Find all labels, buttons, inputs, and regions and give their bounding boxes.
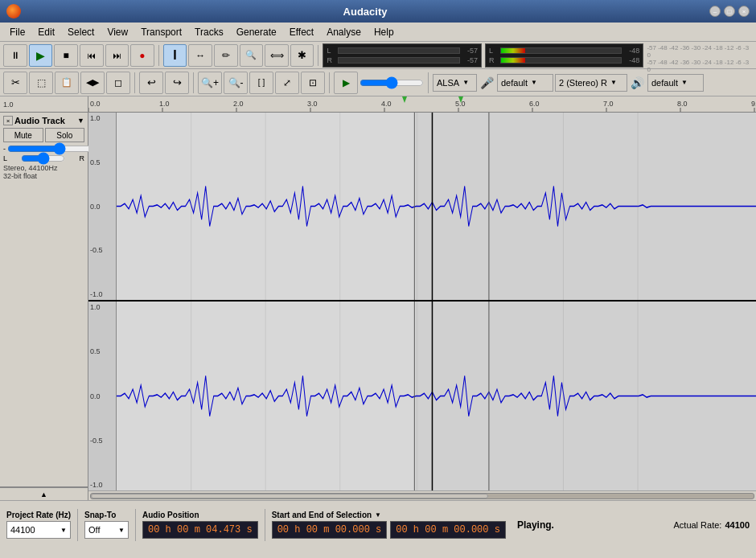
waveform-top: 1.0 0.5 0.0 -0.5 -1.0 [88, 113, 756, 302]
menu-effect[interactable]: Effect [283, 25, 320, 39]
toolbar-sep5 [329, 72, 330, 93]
status-sep2 [135, 509, 136, 541]
timeline-area: 0.0 1.0 2.0 3.0 4.0 5.0 [88, 96, 756, 500]
trim-button[interactable]: ◀▶ [80, 72, 105, 94]
menu-file[interactable]: File [3, 25, 31, 39]
titlebar: Audacity – □ × [0, 0, 756, 23]
menu-view[interactable]: View [101, 25, 134, 39]
svg-text:1.0: 1.0 [159, 100, 170, 108]
toolbar-row1: ⏸ ▶ ■ ⏮ ⏭ ● I ↔ ✏ 🔍 ⟺ ✱ L -57 R -57 L [0, 42, 756, 69]
titlebar-title: Audacity [21, 6, 709, 18]
track-collapse-button[interactable]: ▲ [0, 487, 88, 500]
selection-group: Start and End of Selection ▼ 00 h 00 m 0… [272, 511, 506, 539]
menu-analyse[interactable]: Analyse [320, 25, 368, 39]
track-panel: 1.0 × Audio Track ▼ Mute Solo - + L R [0, 96, 88, 500]
recording-meter[interactable]: L -57 R -57 [323, 43, 481, 68]
skip-end-button[interactable]: ⏭ [105, 44, 129, 67]
selection-end-display[interactable]: 00 h 00 m 00.000 s [390, 521, 506, 539]
project-rate-dropdown[interactable]: 44100 ▼ [6, 521, 71, 539]
selection-tool-button[interactable]: I [163, 44, 187, 67]
audio-position-label: Audio Position [142, 511, 258, 519]
vu-scale-labels: -57 -48 -42 -36 -30 -24 -18 -12 -6 -3 0 … [647, 43, 753, 68]
close-button[interactable]: × [738, 6, 750, 17]
status-sep3 [265, 509, 265, 541]
track-close-button[interactable]: × [3, 116, 13, 125]
h-scrollbar[interactable] [88, 490, 756, 500]
zoom-sel-button[interactable]: [ ] [249, 72, 273, 94]
menu-edit[interactable]: Edit [31, 25, 61, 39]
zoom-out-button[interactable]: 🔍- [224, 72, 248, 94]
actual-rate-label: Actual Rate: [673, 520, 721, 530]
snap-to-label: Snap-To [84, 511, 129, 519]
snap-to-dropdown[interactable]: Off ▼ [84, 521, 129, 539]
ruler: 0.0 1.0 2.0 3.0 4.0 5.0 [88, 96, 756, 113]
menubar: File Edit Select View Transport Tracks G… [0, 23, 756, 42]
playback-meter[interactable]: L -48 R -48 [485, 43, 643, 68]
zoom-fit-button[interactable]: ⤢ [275, 72, 299, 94]
menu-generate[interactable]: Generate [230, 25, 283, 39]
mute-button[interactable]: Mute [3, 128, 43, 142]
zoom-in-button[interactable]: 🔍+ [198, 72, 222, 94]
minimize-button[interactable]: – [709, 6, 721, 17]
silence-button[interactable]: ◻ [106, 72, 130, 94]
waveform-svg-bottom [117, 302, 756, 490]
redo-button[interactable]: ↪ [165, 72, 189, 94]
pan-slider[interactable] [21, 154, 65, 162]
toolbar-sep4 [193, 72, 194, 93]
status-sep1 [77, 509, 78, 541]
pause-button[interactable]: ⏸ [3, 44, 27, 67]
menu-help[interactable]: Help [368, 25, 401, 39]
zoom-full-button[interactable]: ⊡ [301, 72, 325, 94]
waveform-svg-top [117, 113, 756, 300]
track-menu-button[interactable]: ▼ [77, 117, 84, 125]
envelope-tool-button[interactable]: ↔ [188, 44, 212, 67]
track-title-row: × Audio Track ▼ [3, 116, 84, 125]
copy-button[interactable]: ⬚ [29, 72, 53, 94]
selection-type-dropdown-btn[interactable]: ▼ [375, 511, 381, 519]
project-rate-label: Project Rate (Hz) [6, 511, 71, 519]
statusbar: Project Rate (Hz) 44100 ▼ Snap-To Off ▼ … [0, 500, 756, 548]
skip-start-button[interactable]: ⏮ [80, 44, 104, 67]
time-shift-tool-button[interactable]: ⟺ [265, 44, 289, 67]
stop-button[interactable]: ■ [54, 44, 78, 67]
window-controls: – □ × [709, 6, 750, 17]
record-button[interactable]: ● [130, 44, 154, 67]
audio-position-group: Audio Position 00 h 00 m 04.473 s [142, 511, 258, 539]
audio-position-display[interactable]: 00 h 00 m 04.473 s [142, 521, 258, 539]
audio-host-dropdown[interactable]: ALSA [433, 74, 477, 92]
solo-button[interactable]: Solo [45, 128, 85, 142]
cut-button[interactable]: ✂ [3, 72, 27, 94]
pan-r-label: R [79, 154, 84, 162]
titlebar-logo [6, 4, 21, 18]
waveform-container[interactable]: 1.0 0.5 0.0 -0.5 -1.0 [88, 113, 756, 490]
actual-rate-value: 44100 [725, 520, 750, 530]
toolbar-sep6 [428, 72, 429, 93]
menu-tracks[interactable]: Tracks [188, 25, 230, 39]
play-speed-button[interactable]: ▶ [334, 72, 358, 94]
playing-status-label: Playing. [517, 519, 554, 531]
paste-button[interactable]: 📋 [55, 72, 79, 94]
mic-icon: 🎤 [480, 76, 494, 89]
waveform-bottom: 1.0 0.5 0.0 -0.5 -1.0 [88, 302, 756, 490]
channels-dropdown[interactable]: 2 (Stereo) R [555, 74, 627, 92]
maximize-button[interactable]: □ [724, 6, 735, 17]
play-button[interactable]: ▶ [29, 44, 53, 67]
input-device-dropdown[interactable]: default [497, 74, 553, 92]
app-logo-icon [6, 4, 21, 18]
undo-button[interactable]: ↩ [139, 72, 163, 94]
output-device-dropdown[interactable]: default [647, 74, 704, 92]
multi-tool-button[interactable]: ✱ [290, 44, 314, 67]
svg-text:0.0: 0.0 [90, 100, 101, 108]
toolbar-row2: ✂ ⬚ 📋 ◀▶ ◻ ↩ ↪ 🔍+ 🔍- [ ] ⤢ ⊡ ▶ ALSA 🎤 de… [0, 69, 756, 96]
svg-text:8.0: 8.0 [677, 100, 688, 108]
toolbar-sep3 [134, 72, 135, 93]
selection-start-display[interactable]: 00 h 00 m 00.000 s [272, 521, 388, 539]
zoom-tool-button[interactable]: 🔍 [240, 44, 264, 67]
draw-tool-button[interactable]: ✏ [214, 44, 238, 67]
speed-slider[interactable] [360, 77, 424, 88]
menu-select[interactable]: Select [61, 25, 101, 39]
ruler-label-area: 1.0 [0, 96, 88, 113]
track-format-info: Stereo, 44100Hz 32-bit float [3, 164, 84, 180]
snap-to-group: Snap-To Off ▼ [84, 511, 129, 539]
menu-transport[interactable]: Transport [134, 25, 188, 39]
